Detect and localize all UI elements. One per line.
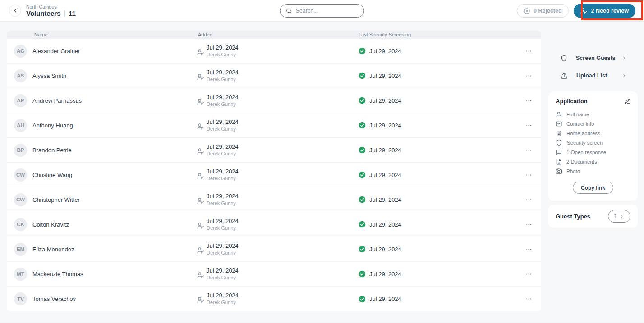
check-circle-icon [359, 221, 366, 228]
added-date: Jul 29, 2024 [207, 69, 239, 76]
row-actions-button[interactable] [516, 246, 541, 253]
table-row[interactable]: CK Colton Kravitz Jul 29, 2024 Derek Gun… [7, 212, 541, 237]
volunteer-name: Alexander Grainer [32, 48, 197, 55]
avatar: BP [14, 144, 27, 157]
added-by: Derek Gunny [207, 126, 239, 132]
upload-icon [561, 72, 568, 79]
table-row[interactable]: AP Andrew Parnassus Jul 29, 2024 Derek G… [7, 88, 541, 113]
volunteer-name: Eliza Menendez [32, 246, 197, 253]
user-check-icon [197, 247, 204, 254]
ellipsis-icon [525, 48, 532, 55]
avatar-cell: AH [14, 119, 32, 132]
need-review-button-label: 2 Need review [591, 8, 629, 14]
need-review-button[interactable]: 2 Need review [574, 4, 635, 18]
added-date: Jul 29, 2024 [207, 292, 239, 299]
avatar: CW [14, 193, 27, 206]
volunteers-table: Name Added Last Security Screening AG Al… [7, 31, 541, 311]
application-item: Security screen [556, 138, 630, 147]
shield-icon [556, 139, 562, 146]
added-by: Derek Gunny [207, 200, 239, 206]
row-actions-button[interactable] [516, 172, 541, 178]
row-actions-button[interactable] [516, 271, 541, 278]
row-actions-button[interactable] [516, 122, 541, 129]
added-date: Jul 29, 2024 [207, 143, 239, 150]
right-sidebar: Screen Guests Upload List Application Fu… [548, 43, 638, 323]
application-title: Application [556, 98, 588, 105]
volunteer-name: Alyssa Smith [32, 73, 197, 79]
screening-cell: Jul 29, 2024 [359, 270, 516, 278]
check-circle-icon [359, 171, 366, 178]
added-cell: Jul 29, 2024 Derek Gunny [197, 267, 359, 281]
page-title: Volunteers [26, 9, 60, 17]
table-row[interactable]: CW Christopher Witter Jul 29, 2024 Derek… [7, 187, 541, 212]
screening-date: Jul 29, 2024 [369, 147, 401, 154]
guest-types-title: Guest Types [556, 213, 590, 220]
user-check-icon [197, 73, 204, 81]
row-actions-button[interactable] [516, 73, 541, 79]
table-row[interactable]: AH Anthony Huang Jul 29, 2024 Derek Gunn… [7, 113, 541, 138]
copy-link-button[interactable]: Copy link [573, 182, 613, 194]
search-input[interactable] [296, 8, 350, 14]
avatar-cell: CK [14, 218, 32, 231]
table-row[interactable]: AS Alyssa Smith Jul 29, 2024 Derek Gunny… [7, 64, 541, 88]
guest-types-button[interactable]: 1 [608, 210, 630, 223]
row-actions-button[interactable] [516, 48, 541, 55]
volunteer-name: Tomas Verachov [32, 296, 197, 302]
table-row[interactable]: MT Mackenzie Thomas Jul 29, 2024 Derek G… [7, 262, 541, 287]
volunteer-count: 11 [69, 9, 76, 17]
search-bar[interactable] [280, 4, 364, 18]
added-by: Derek Gunny [207, 250, 239, 256]
screening-cell: Jul 29, 2024 [359, 246, 516, 253]
rejected-button-label: 0 Rejected [534, 8, 562, 14]
column-header-added: Added [197, 32, 359, 37]
avatar: TV [14, 292, 27, 305]
row-actions-button[interactable] [516, 196, 541, 203]
row-actions-button[interactable] [516, 147, 541, 154]
row-actions-button[interactable] [516, 296, 541, 302]
table-row[interactable]: CW Christine Wang Jul 29, 2024 Derek Gun… [7, 163, 541, 187]
avatar-cell: CW [14, 168, 32, 182]
volunteer-name: Anthony Huang [32, 122, 197, 129]
sidebar-action[interactable]: Upload List [548, 70, 638, 81]
search-icon [286, 8, 292, 14]
volunteer-name: Christopher Witter [32, 196, 197, 203]
breadcrumb: North Campus [26, 4, 76, 9]
table-row[interactable]: TV Tomas Verachov Jul 29, 2024 Derek Gun… [7, 287, 541, 311]
check-circle-icon [359, 246, 366, 253]
screening-cell: Jul 29, 2024 [359, 47, 516, 55]
avatar: EM [14, 243, 27, 256]
topbar-actions: 0 Rejected 2 Need review [517, 0, 635, 22]
avatar: AH [14, 119, 27, 132]
screening-date: Jul 29, 2024 [369, 122, 401, 129]
table-row[interactable]: BP Brandon Petrie Jul 29, 2024 Derek Gun… [7, 138, 541, 163]
user-check-icon [197, 222, 204, 229]
sidebar-action-label: Screen Guests [576, 55, 616, 61]
edit-application-button[interactable] [624, 98, 630, 105]
user-check-icon [197, 296, 204, 304]
row-actions-button[interactable] [516, 97, 541, 104]
screening-cell: Jul 29, 2024 [359, 221, 516, 228]
added-by: Derek Gunny [207, 225, 239, 231]
sidebar-action-label: Upload List [576, 73, 607, 79]
avatar: CW [14, 168, 27, 182]
application-item: Full name [556, 109, 630, 119]
avatar-cell: CW [14, 193, 32, 206]
person-icon [556, 111, 562, 118]
table-row[interactable]: EM Eliza Menendez Jul 29, 2024 Derek Gun… [7, 237, 541, 262]
screening-cell: Jul 29, 2024 [359, 97, 516, 104]
rejected-button[interactable]: 0 Rejected [517, 4, 569, 18]
row-actions-button[interactable] [516, 221, 541, 228]
table-row[interactable]: AG Alexander Grainer Jul 29, 2024 Derek … [7, 39, 541, 64]
volunteer-name: Christine Wang [32, 172, 197, 178]
speech-bubble-icon [556, 149, 562, 155]
chevron-right-icon [619, 214, 624, 219]
guest-types-card: Guest Types 1 [548, 205, 638, 228]
sidebar-action[interactable]: Screen Guests [548, 53, 638, 64]
back-button[interactable] [9, 5, 21, 17]
avatar-cell: AP [14, 94, 32, 107]
shield-icon [561, 55, 567, 62]
user-check-icon [197, 49, 204, 56]
screening-date: Jul 29, 2024 [369, 196, 401, 203]
ellipsis-icon [525, 271, 532, 278]
screening-cell: Jul 29, 2024 [359, 72, 516, 79]
